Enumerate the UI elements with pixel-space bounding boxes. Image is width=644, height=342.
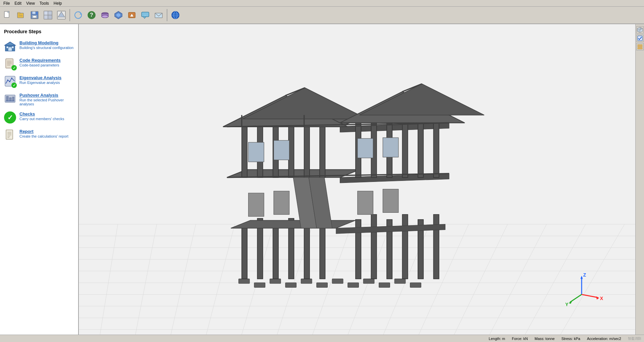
svg-rect-99 xyxy=(348,283,359,287)
status-acceleration-label: Acceleration: m/sec2 xyxy=(587,337,621,341)
pushover-analysis-text: Pushover Analysis Run the selected Pusho… xyxy=(19,93,74,106)
checks-icon: ✓ xyxy=(4,111,16,124)
svg-rect-149 xyxy=(383,138,398,157)
menu-file[interactable]: File xyxy=(1,1,12,6)
save-button[interactable] xyxy=(28,9,41,21)
checkbox-button[interactable] xyxy=(636,35,644,42)
eigenvalue-analysis-title[interactable]: Eigenvalue Analysis xyxy=(19,75,61,80)
svg-rect-168 xyxy=(638,46,642,47)
status-mass-label: Mass: tonne xyxy=(535,337,555,341)
building-modelling-title[interactable]: Building Modelling xyxy=(19,40,73,45)
svg-rect-130 xyxy=(402,117,408,178)
svg-rect-15 xyxy=(48,15,52,19)
svg-rect-146 xyxy=(249,142,264,162)
svg-rect-131 xyxy=(433,117,439,178)
toolbar-separator-1 xyxy=(69,9,70,21)
menu-tools[interactable]: Tools xyxy=(38,1,51,6)
report-text: Report Create the calculations' report xyxy=(19,129,68,138)
layer2-button[interactable] xyxy=(112,9,125,21)
svg-rect-8 xyxy=(32,11,36,14)
svg-rect-112 xyxy=(402,214,408,279)
status-acceleration: Acceleration: m/sec2 xyxy=(587,337,621,341)
svg-rect-153 xyxy=(383,189,398,213)
code-requirements-icon: ✓ xyxy=(4,58,16,70)
svg-marker-114 xyxy=(231,221,356,228)
pushover-analysis-title[interactable]: Pushover Analysis xyxy=(19,93,74,98)
svg-rect-147 xyxy=(274,140,289,160)
svg-rect-122 xyxy=(304,127,310,178)
checks-title[interactable]: Checks xyxy=(19,111,64,116)
svg-rect-148 xyxy=(358,138,373,158)
code-requirements-text: Code Requirements Code-based parameters xyxy=(19,58,61,67)
view-cube-button[interactable] xyxy=(636,26,644,34)
layer4-button[interactable]: ... xyxy=(139,9,152,21)
sidebar-title: Procedure Steps xyxy=(0,27,78,38)
report-subtitle: Create the calculations' report xyxy=(19,134,68,138)
svg-text:Y: Y xyxy=(565,302,569,307)
view1-button[interactable] xyxy=(42,9,54,21)
svg-rect-125 xyxy=(320,121,325,178)
menu-view[interactable]: View xyxy=(24,1,37,6)
sidebar-item-checks[interactable]: ✓ Checks Carry out members' checks xyxy=(0,109,78,126)
layer5-button[interactable] xyxy=(152,9,165,21)
svg-rect-14 xyxy=(44,15,48,19)
checks-subtitle: Carry out members' checks xyxy=(19,117,64,121)
open-button[interactable] xyxy=(15,9,28,21)
web-button[interactable] xyxy=(169,9,182,21)
sidebar-item-building-modelling[interactable]: Building Modelling Building's structural… xyxy=(0,38,78,55)
grid-background: Z X Y xyxy=(79,24,644,335)
report-icon xyxy=(4,129,16,141)
svg-rect-167 xyxy=(638,45,642,46)
checks-green-check: ✓ xyxy=(4,111,16,124)
rotate-button[interactable] xyxy=(72,9,85,21)
pushover-analysis-subtitle: Run the selected Pushover analyses xyxy=(19,98,74,106)
svg-rect-151 xyxy=(274,191,289,214)
menu-edit[interactable]: Edit xyxy=(12,1,23,6)
svg-rect-43 xyxy=(12,46,14,48)
layers-button[interactable] xyxy=(636,43,644,50)
sidebar-item-code-requirements[interactable]: ✓ Code Requirements Code-based parameter… xyxy=(0,55,78,72)
help-button[interactable]: ? xyxy=(85,9,98,21)
svg-rect-128 xyxy=(418,122,423,178)
report-title[interactable]: Report xyxy=(19,129,68,134)
menubar: File Edit View Tools Help xyxy=(0,0,644,7)
svg-rect-120 xyxy=(242,127,247,178)
3d-viewport[interactable]: Z X Y xyxy=(79,24,644,335)
svg-rect-54 xyxy=(6,96,8,101)
sidebar-item-report[interactable]: Report Create the calculations' report xyxy=(0,126,78,144)
svg-rect-96 xyxy=(254,283,265,287)
checks-text: Checks Carry out members' checks xyxy=(19,111,64,121)
svg-rect-13 xyxy=(48,11,52,15)
building-modelling-text: Building Modelling Building's structural… xyxy=(19,40,73,50)
svg-rect-55 xyxy=(9,98,11,101)
svg-rect-101 xyxy=(410,283,421,287)
layer1-button[interactable] xyxy=(99,9,111,21)
svg-rect-92 xyxy=(301,279,312,284)
layer3-button[interactable] xyxy=(125,9,138,21)
svg-rect-91 xyxy=(270,279,281,284)
status-force-label: Force: kN xyxy=(512,337,528,341)
main-area: Procedure Steps Building Modelling Build… xyxy=(0,24,644,335)
status-force: Force: kN xyxy=(512,337,528,341)
svg-text:...: ... xyxy=(144,13,147,16)
building-modelling-subtitle: Building's structural configuration xyxy=(19,46,73,50)
toolbar-separator-2 xyxy=(167,9,167,21)
status-length-label: Length: m xyxy=(489,337,505,341)
building-modelling-icon xyxy=(4,40,16,52)
sidebar-item-pushover-analysis[interactable]: Pushover Analysis Run the selected Pusho… xyxy=(0,90,78,109)
view2-button[interactable] xyxy=(55,9,68,21)
sidebar-item-eigenvalue-analysis[interactable]: ✓ Eigenvalue Analysis Run Eigenvalue ana… xyxy=(0,72,78,90)
svg-rect-90 xyxy=(238,279,250,284)
svg-rect-152 xyxy=(358,191,373,214)
svg-rect-41 xyxy=(8,47,12,51)
pushover-analysis-icon xyxy=(4,93,16,105)
svg-marker-40 xyxy=(5,42,15,45)
new-button[interactable] xyxy=(1,9,14,21)
status-stress-label: Stress: kPa xyxy=(561,337,580,341)
statusbar: Length: m Force: kN Mass: tonne Stress: … xyxy=(0,335,644,342)
eigenvalue-analysis-icon: ✓ xyxy=(4,75,16,87)
code-requirements-title[interactable]: Code Requirements xyxy=(19,58,61,63)
menu-help[interactable]: Help xyxy=(52,1,64,6)
svg-rect-4 xyxy=(17,12,20,14)
svg-marker-31 xyxy=(143,17,146,18)
